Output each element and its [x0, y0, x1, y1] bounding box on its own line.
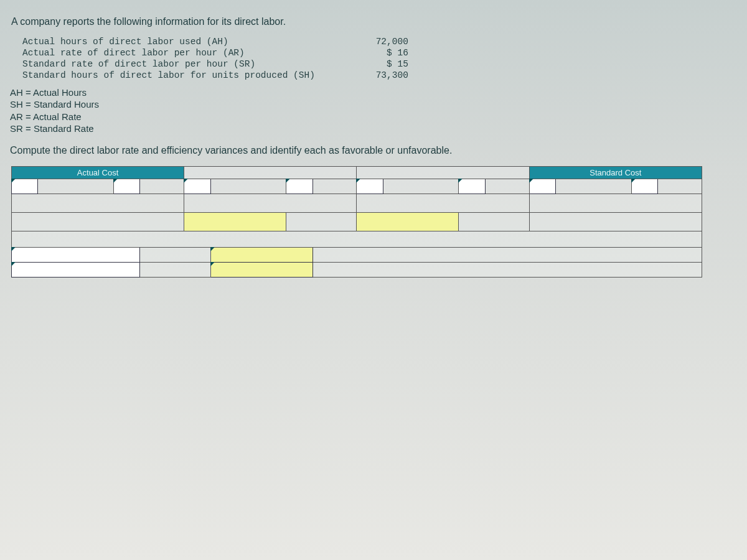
blank-cell: [312, 247, 702, 262]
legend-line: SR = Standard Rate: [10, 123, 738, 135]
factor-input[interactable]: [12, 179, 38, 194]
value-cell: [140, 179, 184, 194]
legend-line: AR = Actual Rate: [10, 111, 738, 123]
blank-cell: [312, 262, 702, 277]
factor-input[interactable]: [631, 179, 657, 194]
blank-cell: [529, 212, 702, 231]
fav-unfav-select[interactable]: [210, 262, 312, 277]
factor-input[interactable]: [459, 179, 485, 194]
data-label: Actual rate of direct labor per hour (AR…: [22, 47, 315, 58]
value-cell: [140, 262, 210, 277]
spacer-cell: [12, 231, 702, 247]
abbrev-legend: AH = Actual Hours SH = Standard Hours AR…: [10, 86, 738, 135]
total-cell: [529, 194, 702, 212]
actual-cost-header: Actual Cost: [12, 166, 184, 179]
label-input[interactable]: [12, 247, 140, 262]
total-cell: [184, 194, 357, 212]
given-data-block: Actual hours of direct labor used (AH) A…: [22, 36, 738, 82]
intro-text: A company reports the following informat…: [11, 16, 738, 27]
spacer-row: [12, 231, 702, 247]
table-header-row: Actual Cost Standard Cost: [12, 166, 702, 179]
legend-line: SH = Standard Hours: [10, 98, 738, 111]
input-row-factors: [12, 179, 702, 194]
data-label: Standard hours of direct labor for units…: [22, 70, 315, 81]
factor-input[interactable]: [529, 179, 555, 194]
value-cell: [556, 179, 631, 194]
blank-cell: [12, 212, 184, 231]
variance-amount-cell: [459, 212, 529, 231]
data-value: 73,300: [365, 70, 408, 81]
value-cell: [383, 179, 458, 194]
total-cell: [12, 194, 184, 212]
variance-name-input[interactable]: [184, 212, 286, 231]
factor-input[interactable]: [286, 179, 312, 194]
data-value: 72,000: [365, 36, 408, 47]
totals-row: [12, 194, 702, 212]
given-data-values: 72,000 $ 16 $ 15 73,300: [365, 36, 408, 82]
value-cell: [210, 179, 286, 194]
factor-input[interactable]: [184, 179, 210, 194]
total-cell: [357, 194, 529, 212]
lower-row-2: [12, 262, 702, 277]
label-input[interactable]: [12, 262, 140, 277]
fav-unfav-select[interactable]: [210, 247, 312, 262]
legend-line: AH = Actual Hours: [10, 86, 738, 99]
variance-table: Actual Cost Standard Cost: [11, 166, 702, 278]
given-data-labels: Actual hours of direct labor used (AH) A…: [22, 36, 315, 82]
data-label: Standard rate of direct labor per hour (…: [22, 58, 315, 70]
middle-header-blank: [357, 166, 529, 179]
value-cell: [38, 179, 113, 194]
data-label: Actual hours of direct labor used (AH): [22, 36, 315, 47]
variance-row-1: [12, 212, 702, 231]
value-cell: [658, 179, 702, 194]
question-prompt: Compute the direct labor rate and effici…: [10, 145, 738, 156]
value-cell: [312, 179, 357, 194]
variance-name-input[interactable]: [357, 212, 459, 231]
data-value: $ 16: [365, 47, 408, 58]
value-cell: [485, 179, 529, 194]
variance-amount-cell: [286, 212, 357, 231]
middle-header-blank: [184, 166, 357, 179]
standard-cost-header: Standard Cost: [529, 166, 702, 179]
factor-input[interactable]: [113, 179, 139, 194]
lower-row-1: [12, 247, 702, 262]
value-cell: [140, 247, 210, 262]
data-value: $ 15: [365, 58, 408, 70]
factor-input[interactable]: [357, 179, 383, 194]
